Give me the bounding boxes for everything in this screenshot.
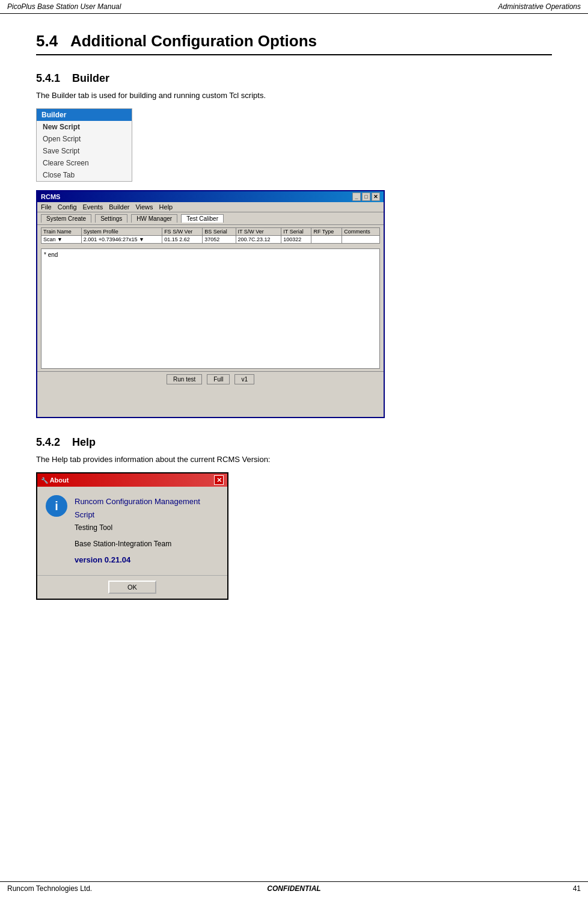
subsection1-title: 5.4.1 Builder <box>36 72 552 85</box>
rcms-cell-it-sw: 200.7C.23.12 <box>236 236 281 244</box>
rcms-col-system-profile: System Profile <box>81 228 162 236</box>
about-close-btn[interactable]: ✕ <box>214 475 224 485</box>
rcms-menu-builder[interactable]: Builder <box>109 203 129 211</box>
rcms-table-area: Train Name System Profile FS S/W Ver BS … <box>37 225 384 246</box>
rcms-menu-help[interactable]: Help <box>159 203 173 211</box>
header-left: PicoPlus Base Station User Manual <box>7 2 121 11</box>
about-subtitle: Testing Tool <box>75 522 219 534</box>
about-info-icon: i <box>46 495 67 517</box>
footer-left: Runcom Technologies Ltd. <box>7 884 92 893</box>
about-dialog: 🔧 About ✕ i Runcom Configuration Managem… <box>36 472 228 600</box>
subsection2-title: 5.4.2 Help <box>36 436 552 449</box>
about-team: Base Station-Integration Team <box>75 538 219 550</box>
rcms-tab-test-caliber[interactable]: Test Caliber <box>181 214 224 223</box>
rcms-menubar: File Config Events Builder Views Help <box>37 202 384 212</box>
about-app-name: Runcom Configuration Management Script <box>75 495 219 522</box>
about-body: i Runcom Configuration Management Script… <box>37 487 227 575</box>
builder-menu-item-new[interactable]: New Script <box>37 121 132 133</box>
builder-menu-item-save[interactable]: Save Script <box>37 145 132 157</box>
builder-menu-header: Builder <box>37 109 132 121</box>
rcms-col-fs-sw: FS S/W Ver <box>162 228 203 236</box>
rcms-menu-views[interactable]: Views <box>135 203 153 211</box>
rcms-close-btn[interactable]: ✕ <box>372 193 380 201</box>
rcms-window: RCMS _ □ ✕ File Config Events Builder Vi… <box>36 190 385 418</box>
rcms-col-it-sw: IT S/W Ver <box>236 228 281 236</box>
rcms-titlebar: RCMS _ □ ✕ <box>37 191 384 202</box>
section-title: 5.4 Additional Configuration Options <box>36 32 552 55</box>
rcms-content-area: * end <box>41 248 380 369</box>
rcms-minimize-btn[interactable]: _ <box>352 193 361 201</box>
about-titlebar: 🔧 About ✕ <box>37 473 227 487</box>
rcms-cell-bs-serial: 37052 <box>203 236 236 244</box>
header-right: Administrative Operations <box>498 2 581 11</box>
rcms-content-text: * end <box>44 251 58 258</box>
subsection2-desc: The Help tab provides information about … <box>36 455 552 464</box>
rcms-footer-area <box>37 387 384 417</box>
rcms-v1-btn[interactable]: v1 <box>234 374 254 384</box>
rcms-col-comments: Comments <box>342 228 380 236</box>
table-row: Scan ▼ 2.001 +0.73946:27x15 ▼ 01.15 2.62… <box>41 236 380 244</box>
rcms-col-it-serial: IT Serial <box>281 228 311 236</box>
about-title: 🔧 About <box>41 476 69 484</box>
rcms-tab-hw-manager[interactable]: HW Manager <box>131 214 177 223</box>
rcms-cell-it-serial: 100322 <box>281 236 311 244</box>
page-footer: Runcom Technologies Ltd. CONFIDENTIAL 41 <box>0 881 588 895</box>
subsection1-desc: The Builder tab is used for building and… <box>36 91 552 100</box>
rcms-bottom-bar: Run test Full v1 <box>37 371 384 387</box>
rcms-cell-fs-sw: 01.15 2.62 <box>162 236 203 244</box>
rcms-cell-rf-type <box>311 236 342 244</box>
rcms-cell-comments <box>342 236 380 244</box>
page-header: PicoPlus Base Station User Manual Admini… <box>0 0 588 14</box>
rcms-restore-btn[interactable]: □ <box>362 193 370 201</box>
rcms-tab-system-create[interactable]: System Create <box>41 214 91 223</box>
rcms-col-train-name: Train Name <box>41 228 82 236</box>
rcms-full-btn[interactable]: Full <box>207 374 230 384</box>
rcms-title: RCMS <box>41 193 60 200</box>
rcms-menu-file[interactable]: File <box>41 203 52 211</box>
rcms-table: Train Name System Profile FS S/W Ver BS … <box>41 227 380 244</box>
about-version: version 0.21.04 <box>75 553 219 567</box>
about-text: Runcom Configuration Management Script T… <box>75 495 219 567</box>
footer-page-number: 41 <box>573 884 581 893</box>
rcms-tab-settings[interactable]: Settings <box>95 214 127 223</box>
builder-menu-item-open[interactable]: Open Script <box>37 133 132 145</box>
builder-menu-item-close[interactable]: Close Tab <box>37 169 132 181</box>
page-content: 5.4 Additional Configuration Options 5.4… <box>0 14 588 648</box>
rcms-run-test-btn[interactable]: Run test <box>167 374 202 384</box>
rcms-menu-events[interactable]: Events <box>83 203 103 211</box>
rcms-col-rf-type: RF Type <box>311 228 342 236</box>
builder-menu-item-clear[interactable]: Cleare Screen <box>37 157 132 169</box>
rcms-titlebar-buttons: _ □ ✕ <box>352 193 380 201</box>
rcms-col-bs-serial: BS Serial <box>203 228 236 236</box>
rcms-cell-train: Scan ▼ <box>41 236 82 244</box>
about-footer: OK <box>37 575 227 599</box>
footer-center: CONFIDENTIAL <box>267 884 320 893</box>
rcms-toolbar: System Create Settings HW Manager Test C… <box>37 212 384 225</box>
about-ok-button[interactable]: OK <box>108 581 156 594</box>
builder-menu: Builder New Script Open Script Save Scri… <box>36 108 132 182</box>
rcms-cell-profile: 2.001 +0.73946:27x15 ▼ <box>81 236 162 244</box>
rcms-menu-config[interactable]: Config <box>58 203 77 211</box>
